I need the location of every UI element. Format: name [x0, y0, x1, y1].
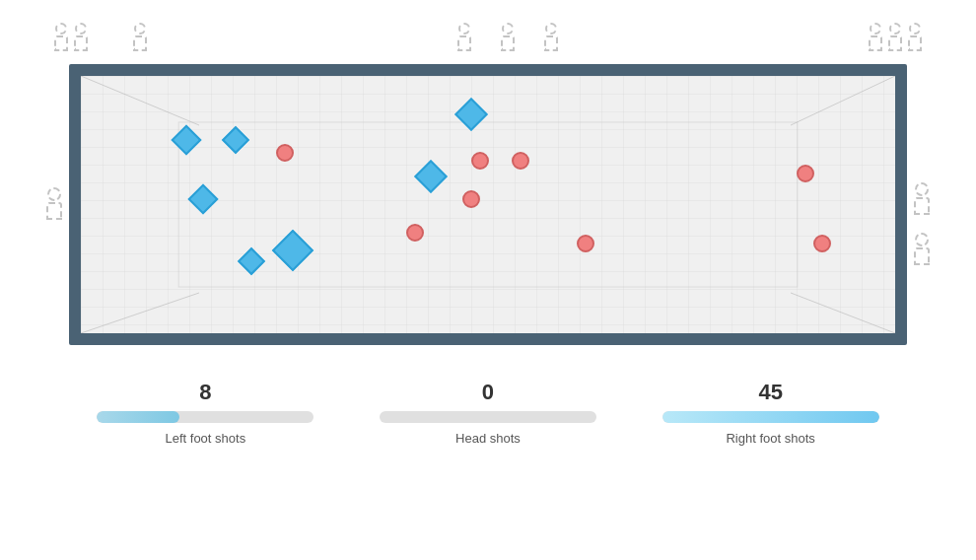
person-head [458, 23, 470, 35]
left-crowd [54, 23, 147, 51]
diamond-shot [419, 165, 443, 188]
person-head [909, 23, 921, 35]
person-head [502, 23, 514, 35]
right-foot-bar [662, 411, 879, 423]
diamond-marker [172, 125, 202, 156]
right-foot-value: 45 [758, 380, 782, 405]
diamond-shot [278, 236, 308, 265]
center-crowd [457, 23, 558, 51]
person-head [47, 187, 61, 201]
diamond-marker [454, 98, 488, 131]
circle-marker [512, 152, 529, 170]
diamond-shot [459, 103, 483, 126]
diamond-marker [414, 160, 448, 193]
person-body [908, 35, 922, 51]
circle-marker [406, 224, 424, 242]
circle-shot [276, 144, 294, 162]
person-head [134, 23, 146, 35]
right-foot-bar-container [662, 411, 879, 423]
person-icon [457, 23, 471, 51]
person-icon [869, 23, 882, 51]
person-icon [888, 23, 902, 51]
diamond-marker-large [272, 230, 314, 271]
person-icon [914, 182, 930, 215]
diamond-shot [192, 188, 214, 210]
circle-marker [276, 144, 294, 162]
circle-shot [797, 165, 814, 182]
right-foot-stat: 45 Right foot shots [648, 380, 894, 446]
left-foot-bar-container [97, 411, 314, 423]
left-foot-bar [97, 411, 179, 423]
person-head [915, 182, 929, 196]
head-shot-label: Head shots [455, 431, 521, 446]
person-head [75, 23, 87, 35]
right-foot-label: Right foot shots [726, 431, 814, 446]
diamond-marker [238, 247, 265, 275]
person-icon [914, 233, 930, 265]
stats-section: 8 Left foot shots 0 Head shots 45 Right … [44, 380, 932, 446]
circle-shot [577, 235, 594, 252]
circle-shot [512, 152, 529, 170]
person-icon [46, 187, 62, 220]
person-body [133, 35, 147, 51]
diamond-shot [242, 251, 261, 271]
goal-area [44, 10, 932, 365]
person-head [545, 23, 557, 35]
head-shot-bar-container [380, 411, 596, 423]
person-body [54, 35, 68, 51]
diamond-marker [222, 126, 249, 154]
above-goal-area [44, 10, 932, 64]
person-head [55, 23, 67, 35]
diamond-shot [226, 130, 245, 150]
diamond-shot [175, 129, 197, 151]
person-head [889, 23, 901, 35]
person-body [888, 35, 902, 51]
person-icon [908, 23, 922, 51]
person-body [74, 35, 88, 51]
circle-marker [813, 235, 831, 252]
left-foot-value: 8 [199, 380, 211, 405]
left-foot-stat: 8 Left foot shots [82, 380, 328, 446]
person-head [870, 23, 881, 35]
circle-marker [471, 152, 489, 170]
person-head [915, 233, 929, 246]
circle-marker [462, 190, 480, 208]
circle-marker [577, 235, 594, 252]
person-icon [501, 23, 515, 51]
diamond-marker [187, 184, 218, 215]
circle-shot [471, 152, 489, 170]
main-container: 8 Left foot shots 0 Head shots 45 Right … [0, 0, 976, 560]
goal-frame [69, 64, 907, 345]
person-body [457, 35, 471, 51]
circle-shot [462, 190, 480, 208]
right-crowd [869, 23, 922, 51]
head-shot-stat: 0 Head shots [365, 380, 611, 446]
circle-shot [813, 235, 831, 252]
head-shot-value: 0 [482, 380, 494, 405]
left-foot-label: Left foot shots [165, 431, 245, 446]
person-body [914, 247, 930, 265]
person-body [914, 197, 930, 215]
person-body [869, 35, 882, 51]
circle-marker [797, 165, 814, 182]
side-crowd-right [914, 182, 930, 265]
person-icon [74, 23, 88, 51]
circle-shot [406, 224, 424, 242]
person-icon [54, 23, 68, 51]
person-icon [544, 23, 558, 51]
person-body [46, 202, 62, 220]
person-body [501, 35, 515, 51]
person-icon [133, 23, 147, 51]
side-crowd-left [46, 187, 62, 220]
person-body [544, 35, 558, 51]
